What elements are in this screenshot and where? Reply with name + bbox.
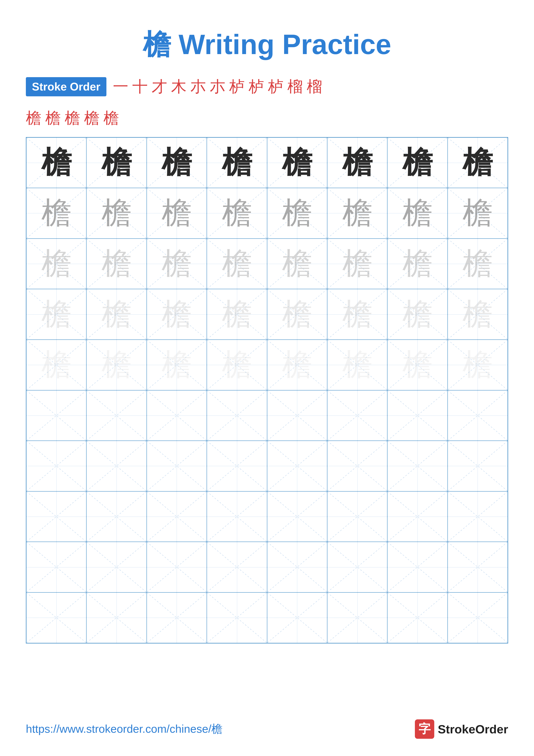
grid-cell-2-7[interactable]: 檐 [447,239,508,289]
grid-cell-1-5[interactable]: 檐 [327,188,387,239]
svg-line-115 [87,492,146,542]
grid-cell-6-0[interactable] [26,441,87,491]
footer-logo: 字 StrokeOrder [415,719,508,739]
grid-cell-1-4[interactable]: 檐 [267,188,327,239]
svg-line-139 [327,542,387,592]
grid-cell-4-0[interactable]: 檐 [26,339,87,390]
grid-cell-1-1[interactable]: 檐 [87,188,146,239]
grid-cell-3-1[interactable]: 檐 [87,289,146,339]
grid-cell-5-0[interactable] [26,390,87,441]
grid-cell-1-7[interactable]: 檐 [447,188,508,239]
grid-cell-3-6[interactable]: 檐 [387,289,447,339]
grid-cell-0-6[interactable]: 檐 [387,138,447,188]
grid-cell-6-6[interactable] [387,441,447,491]
practice-char-2-3: 檐 [222,243,252,284]
grid-cell-5-1[interactable] [87,390,146,441]
grid-cell-7-1[interactable] [87,491,146,542]
grid-cell-9-3[interactable] [207,592,267,643]
grid-cell-6-2[interactable] [147,441,207,491]
grid-cell-1-2[interactable]: 檐 [147,188,207,239]
practice-char-2-2: 檐 [162,243,192,284]
grid-cell-2-3[interactable]: 檐 [207,239,267,289]
practice-char-4-0: 檐 [41,344,71,385]
grid-cell-9-0[interactable] [26,592,87,643]
grid-cell-8-4[interactable] [267,542,327,592]
grid-cell-6-4[interactable] [267,441,327,491]
grid-cell-4-5[interactable]: 檐 [327,339,387,390]
grid-cell-4-6[interactable]: 檐 [387,339,447,390]
grid-cell-6-7[interactable] [447,441,508,491]
grid-cell-0-3[interactable]: 檐 [207,138,267,188]
grid-cell-0-5[interactable]: 檐 [327,138,387,188]
grid-cell-4-1[interactable]: 檐 [87,339,146,390]
grid-cell-2-4[interactable]: 檐 [267,239,327,289]
grid-cell-4-3[interactable]: 檐 [207,339,267,390]
grid-cell-5-2[interactable] [147,390,207,441]
grid-cell-3-5[interactable]: 檐 [327,289,387,339]
grid-cell-2-2[interactable]: 檐 [147,239,207,289]
grid-cell-9-4[interactable] [267,592,327,643]
grid-cell-9-2[interactable] [147,592,207,643]
grid-cell-2-6[interactable]: 檐 [387,239,447,289]
grid-cell-3-7[interactable]: 檐 [447,289,508,339]
grid-cell-4-7[interactable]: 檐 [447,339,508,390]
grid-cell-0-1[interactable]: 檐 [87,138,146,188]
grid-cell-6-5[interactable] [327,441,387,491]
stroke-r2-1: 檐 [26,108,41,128]
grid-cell-6-3[interactable] [207,441,267,491]
grid-cell-3-0[interactable]: 檐 [26,289,87,339]
grid-cell-8-3[interactable] [207,542,267,592]
grid-cell-8-7[interactable] [447,542,508,592]
grid-cell-0-7[interactable]: 檐 [447,138,508,188]
grid-cell-5-4[interactable] [267,390,327,441]
stroke-1: 一 [113,77,128,97]
svg-line-144 [27,593,86,643]
grid-cell-8-6[interactable] [387,542,447,592]
svg-line-130 [87,542,146,592]
grid-cell-6-1[interactable] [87,441,146,491]
practice-char-2-7: 檐 [463,243,493,284]
grid-cell-5-7[interactable] [447,390,508,441]
grid-cell-2-1[interactable]: 檐 [87,239,146,289]
grid-cell-3-2[interactable]: 檐 [147,289,207,339]
grid-cell-0-4[interactable]: 檐 [267,138,327,188]
grid-cell-1-0[interactable]: 檐 [26,188,87,239]
practice-char-0-1: 檐 [101,142,132,183]
grid-cell-8-1[interactable] [87,542,146,592]
grid-cell-7-0[interactable] [26,491,87,542]
grid-cell-7-4[interactable] [267,491,327,542]
grid-cell-2-5[interactable]: 檐 [327,239,387,289]
grid-cell-0-2[interactable]: 檐 [147,138,207,188]
grid-cell-1-3[interactable]: 檐 [207,188,267,239]
svg-line-97 [27,441,86,491]
grid-cell-9-7[interactable] [447,592,508,643]
grid-cell-8-2[interactable] [147,542,207,592]
grid-cell-7-7[interactable] [447,491,508,542]
grid-cell-1-6[interactable]: 檐 [387,188,447,239]
grid-cell-7-2[interactable] [147,491,207,542]
svg-line-90 [327,391,387,441]
svg-line-131 [87,542,146,592]
grid-cell-3-4[interactable]: 檐 [267,289,327,339]
grid-cell-4-4[interactable]: 檐 [267,339,327,390]
grid-cell-7-5[interactable] [327,491,387,542]
grid-cell-5-6[interactable] [387,390,447,441]
grid-cell-7-6[interactable] [387,491,447,542]
grid-cell-3-3[interactable]: 檐 [207,289,267,339]
grid-cell-5-5[interactable] [327,390,387,441]
grid-cell-0-0[interactable]: 檐 [26,138,87,188]
grid-cell-9-6[interactable] [387,592,447,643]
grid-cell-7-3[interactable] [207,491,267,542]
grid-cell-8-5[interactable] [327,542,387,592]
svg-line-120 [267,492,327,542]
grid-cell-9-1[interactable] [87,592,146,643]
practice-char-4-1: 檐 [101,344,132,385]
grid-cell-4-2[interactable]: 檐 [147,339,207,390]
grid-cell-5-3[interactable] [207,390,267,441]
grid-cell-8-0[interactable] [26,542,87,592]
svg-line-158 [448,593,507,643]
svg-line-96 [27,441,86,491]
grid-cell-9-5[interactable] [327,592,387,643]
grid-cell-2-0[interactable]: 檐 [26,239,87,289]
stroke-8: 栌 [249,77,264,97]
